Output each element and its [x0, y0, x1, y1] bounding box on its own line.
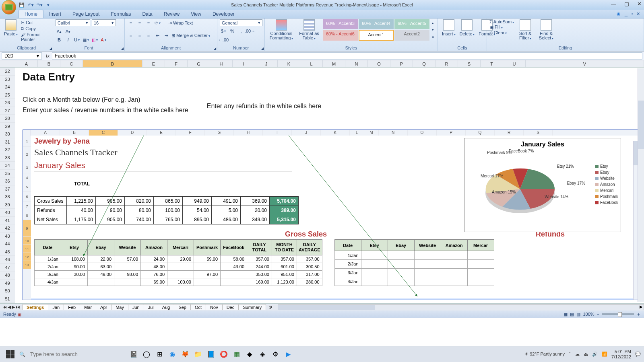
conditional-formatting-button[interactable]: Conditional Formatting [267, 19, 295, 41]
taskbar-cortana-icon[interactable]: ◯ [141, 349, 152, 360]
maximize-button[interactable]: ▢ [624, 1, 629, 7]
dialog-launcher-icon[interactable]: ◢ [261, 47, 264, 50]
style-scroll-down-icon[interactable]: ▾ [432, 28, 434, 32]
taskbar-search[interactable] [28, 349, 116, 360]
taskbar-app-icon[interactable]: 📘 [206, 349, 216, 360]
find-select-button[interactable]: Find & Select [537, 19, 556, 41]
search-icon[interactable]: 🔍 [19, 352, 25, 357]
font-size-combo[interactable]: 16▾ [92, 19, 116, 26]
tab-review[interactable]: Review [158, 10, 185, 18]
col-N[interactable]: N [345, 60, 368, 67]
col-O[interactable]: O [368, 60, 390, 67]
delete-cells-button[interactable]: Delete [458, 19, 477, 36]
inner-row-header[interactable]: 11 [23, 245, 31, 253]
sheet-tab-may[interactable]: May [111, 304, 128, 310]
style-more-icon[interactable]: ≡ [432, 35, 434, 39]
new-sheet-icon[interactable]: ⊕ [266, 304, 275, 310]
inner-row-header[interactable]: 1 [23, 136, 31, 147]
tab-developer[interactable]: Developer [207, 10, 240, 18]
row-header[interactable]: 32 [0, 146, 15, 154]
align-bottom-icon[interactable]: ≡ [145, 19, 152, 27]
inner-col[interactable]: E [147, 130, 176, 136]
align-top-icon[interactable]: ≡ [127, 19, 134, 27]
col-A[interactable]: A [15, 60, 38, 67]
row-header[interactable]: 24 [0, 83, 15, 91]
col-Q[interactable]: Q [413, 60, 436, 67]
decrease-decimal-icon[interactable]: ←.00 [220, 36, 227, 43]
style-accent5[interactable]: 60% - Accent5 [394, 19, 429, 29]
tab-formulas[interactable]: Formulas [105, 10, 136, 18]
row-header[interactable]: 38 [0, 193, 15, 201]
gross-sales-table[interactable]: DateEtsyEbayWebsiteAmazonMercariPoshmark… [34, 239, 322, 286]
view-layout-icon[interactable]: ▤ [570, 312, 574, 317]
style-accent1[interactable]: Accent1 [359, 30, 394, 41]
inner-col[interactable]: Q [466, 130, 495, 136]
row-header[interactable]: 29 [0, 123, 15, 131]
dialog-launcher-icon[interactable]: ◢ [50, 47, 52, 50]
sheet-tab-settings[interactable]: Settings [22, 304, 48, 310]
row-header[interactable]: 49 [0, 280, 15, 288]
row-header[interactable]: 46 [0, 256, 15, 264]
inner-row-header[interactable]: 7 [23, 202, 31, 211]
col-E[interactable]: E [142, 60, 165, 67]
tab-last-icon[interactable]: ⏭ [16, 304, 20, 310]
col-U[interactable]: U [503, 60, 526, 67]
inner-row-header[interactable]: 3 [23, 162, 31, 173]
inner-col[interactable]: R [495, 130, 524, 136]
row-header[interactable]: 34 [0, 162, 15, 170]
taskbar-firefox-icon[interactable]: 🦊 [180, 349, 190, 360]
tab-page-layout[interactable]: Page Layout [67, 10, 105, 18]
sheet-tab-summary[interactable]: Summary [238, 304, 266, 310]
inner-col[interactable]: C [89, 130, 118, 136]
taskbar-media-icon[interactable]: ▶ [283, 349, 293, 360]
comma-icon[interactable]: , [237, 27, 245, 35]
inner-col[interactable]: B [60, 130, 89, 136]
sheet-tab-apr[interactable]: Apr [96, 304, 111, 310]
row-header[interactable]: 42 [0, 224, 15, 232]
grow-font-icon[interactable]: A▴ [56, 28, 63, 35]
tab-insert[interactable]: Insert [43, 10, 67, 18]
sheet-tab-mar[interactable]: Mar [80, 304, 96, 310]
inner-row-header[interactable]: 12 [23, 253, 31, 261]
scroll-right-icon[interactable]: ▶ [640, 304, 643, 309]
increase-decimal-icon[interactable]: .00→ [246, 27, 254, 35]
col-C[interactable]: C [60, 60, 83, 67]
row-header[interactable]: 41 [0, 217, 15, 225]
row-header[interactable]: 43 [0, 232, 15, 241]
inner-col[interactable]: K [321, 130, 350, 136]
tray-volume-icon[interactable]: 🔊 [592, 352, 598, 357]
tab-data[interactable]: Data [136, 10, 158, 18]
italic-button[interactable]: I [64, 36, 72, 43]
border-button[interactable]: ▦ [82, 36, 89, 43]
sheet-tab-oct[interactable]: Oct [190, 304, 206, 310]
row-header[interactable]: 28 [0, 115, 15, 123]
merge-center-button[interactable]: ⊞ Merge & Center [171, 33, 210, 38]
align-left-icon[interactable]: ≡ [127, 32, 134, 39]
row-header[interactable]: 33 [0, 154, 15, 162]
sheet-tab-sep[interactable]: Sep [174, 304, 191, 310]
start-button[interactable] [3, 349, 17, 360]
underline-button[interactable]: U [73, 36, 80, 43]
taskbar-excel-icon[interactable]: ▦ [231, 349, 242, 360]
view-normal-icon[interactable]: ▦ [564, 312, 568, 317]
zoom-slider[interactable] [602, 313, 634, 315]
increase-indent-icon[interactable]: ⇥ [163, 32, 170, 39]
taskbar-edge-icon[interactable]: ◉ [167, 349, 178, 360]
worksheet-area[interactable]: 2223242526272829303132333435363738394041… [0, 68, 644, 303]
cut-button[interactable]: ✂ Cut [21, 20, 50, 25]
sheet-tab-jun[interactable]: Jun [128, 304, 144, 310]
row-header[interactable]: 51 [0, 295, 15, 303]
row-header[interactable]: 39 [0, 201, 15, 209]
bold-button[interactable]: B [56, 36, 63, 43]
style-accent6[interactable]: 60% - Accent6 [323, 30, 358, 41]
taskbar-app-icon[interactable]: ◆ [244, 349, 255, 360]
fx-icon[interactable]: fx [43, 53, 52, 59]
row-header[interactable]: 30 [0, 130, 15, 138]
minimize-button[interactable]: ― [611, 1, 616, 7]
style-scroll-up-icon[interactable]: ▴ [432, 21, 434, 25]
tab-prev-icon[interactable]: ◀ [8, 304, 11, 310]
row-header[interactable]: 27 [0, 107, 15, 115]
pie-chart[interactable]: January Sales [464, 138, 621, 232]
col-K[interactable]: K [278, 60, 300, 67]
inner-col[interactable]: H [234, 130, 263, 136]
